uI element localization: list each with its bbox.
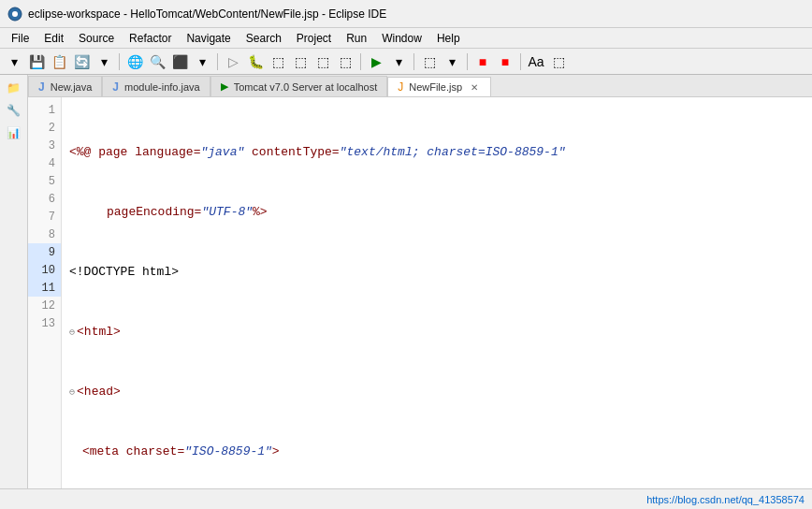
toolbar-btn16[interactable]: ⬚	[548, 51, 569, 72]
toolbar-btn15[interactable]: Aa	[526, 51, 546, 72]
line-num-2: 2	[28, 119, 61, 137]
toolbar-run-btn[interactable]: ▶	[366, 51, 386, 72]
code-line-6: <meta charset="ISO-8859-1">	[69, 443, 812, 460]
menu-edit[interactable]: Edit	[36, 30, 71, 47]
code-token: %>	[253, 205, 268, 219]
toolbar-sep4	[413, 53, 414, 70]
toolbar-sep5	[467, 53, 468, 70]
code-token: <head>	[77, 385, 121, 399]
code-line-4: ⊖<html>	[69, 323, 812, 341]
editor-area: J New.java J module-info.java ▶ Tomcat v…	[28, 75, 812, 488]
toolbar-btn7[interactable]: ⬚	[268, 51, 288, 72]
code-line-3: <!DOCTYPE html>	[69, 263, 812, 281]
line-num-4: 4	[28, 154, 61, 172]
tab-close-icon[interactable]: ✕	[468, 80, 481, 94]
tab-new-java-icon: J	[38, 80, 45, 94]
left-icon-3[interactable]: 📊	[5, 124, 23, 142]
tab-newfile-jsp-icon: J	[398, 80, 403, 94]
menu-refactor[interactable]: Refactor	[122, 30, 179, 47]
code-token: charset=	[126, 444, 184, 458]
tab-newfile-jsp[interactable]: J NewFile.jsp ✕	[387, 77, 491, 97]
line-num-12: 12	[28, 297, 61, 314]
left-icon-2[interactable]: 🔧	[5, 101, 23, 120]
tab-new-java-label: New.java	[51, 81, 93, 93]
code-token: <%@ page	[69, 145, 135, 159]
code-editor[interactable]: 1 2 3 4 5 6 7 8 9 10 11 12 13 <%@ page l…	[28, 97, 812, 488]
toolbar-btn6[interactable]: ▾	[192, 51, 212, 72]
tab-module-info-icon: J	[112, 80, 119, 94]
left-icon-1[interactable]: 📁	[5, 79, 23, 97]
tab-bar: J New.java J module-info.java ▶ Tomcat v…	[28, 75, 812, 97]
code-line-5: ⊖<head>	[69, 383, 812, 400]
toolbar-bug-btn[interactable]: 🐛	[245, 51, 266, 72]
line-num-9: 9	[28, 243, 61, 261]
toolbar-btn12[interactable]: ▾	[442, 51, 462, 72]
toolbar-debug-btn[interactable]: ▷	[223, 51, 243, 72]
toolbar-btn14[interactable]: ■	[495, 51, 515, 72]
tab-new-java[interactable]: J New.java	[28, 76, 102, 96]
code-token: pageEncoding=	[107, 205, 201, 219]
menu-project[interactable]: Project	[289, 30, 339, 47]
fold-marker-4[interactable]: ⊖	[69, 327, 75, 338]
tab-module-info[interactable]: J module-info.java	[102, 76, 210, 96]
code-line-2: pageEncoding="UTF-8"%>	[69, 203, 812, 221]
code-token: "java"	[200, 145, 244, 159]
menu-source[interactable]: Source	[71, 30, 122, 47]
line-num-1: 1	[28, 101, 61, 119]
toolbar-dropdown-btn[interactable]: ▾	[4, 51, 24, 72]
menu-navigate[interactable]: Navigate	[179, 30, 238, 47]
line-num-7: 7	[28, 208, 61, 225]
tab-tomcat-icon: ▶	[221, 80, 228, 93]
menu-help[interactable]: Help	[429, 30, 468, 47]
code-token: "UTF-8"	[201, 205, 253, 219]
window-title: eclipse-workspace - HelloTomcat/WebConte…	[28, 7, 386, 21]
menu-search[interactable]: Search	[239, 30, 289, 47]
code-token: "text/html; charset=ISO-8859-1"	[340, 145, 566, 159]
status-link[interactable]: https://blog.csdn.net/qq_41358574	[646, 494, 805, 505]
toolbar-btn8[interactable]: ⬚	[290, 51, 311, 72]
code-token: <meta	[82, 444, 126, 458]
line-num-8: 8	[28, 225, 61, 243]
workspace: 📁 🔧 📊 J New.java J module-info.java ▶ To…	[0, 75, 812, 488]
toolbar-btn10[interactable]: ⬚	[335, 51, 355, 72]
code-token: <html>	[77, 325, 121, 339]
menu-window[interactable]: Window	[374, 30, 429, 47]
toolbar-btn2[interactable]: 📋	[49, 51, 69, 72]
toolbar-btn11[interactable]: ⬚	[419, 51, 440, 72]
menu-run[interactable]: Run	[339, 30, 374, 47]
line-num-10: 10	[28, 261, 61, 279]
toolbar-sep6	[520, 53, 521, 70]
code-token: "ISO-8859-1"	[184, 444, 272, 458]
line-num-13: 13	[28, 314, 61, 332]
status-bar: https://blog.csdn.net/qq_41358574	[0, 488, 812, 509]
toolbar-save-btn[interactable]: 💾	[26, 51, 47, 72]
tab-newfile-jsp-label: NewFile.jsp	[409, 81, 462, 93]
toolbar-run2-btn[interactable]: ▾	[388, 51, 409, 72]
toolbar-btn9[interactable]: ⬚	[312, 51, 333, 72]
toolbar-btn3[interactable]: 🔄	[71, 51, 92, 72]
code-token: contentType=	[244, 145, 339, 159]
tab-module-info-label: module-info.java	[124, 81, 200, 93]
tab-tomcat-label: Tomcat v7.0 Server at localhost	[234, 81, 377, 93]
menu-file[interactable]: File	[4, 30, 36, 47]
line-num-11: 11	[28, 279, 61, 297]
line-numbers: 1 2 3 4 5 6 7 8 9 10 11 12 13	[28, 97, 62, 488]
toolbar-sep1	[119, 53, 120, 70]
title-bar: eclipse-workspace - HelloTomcat/WebConte…	[0, 0, 812, 28]
tab-tomcat[interactable]: ▶ Tomcat v7.0 Server at localhost	[210, 76, 387, 96]
line-num-3: 3	[28, 137, 61, 154]
toolbar-btn5[interactable]: ⬛	[169, 51, 190, 72]
code-token: >	[272, 444, 280, 458]
toolbar-sep2	[217, 53, 218, 70]
toolbar-search-btn[interactable]: 🔍	[147, 51, 167, 72]
toolbar-btn4[interactable]: ▾	[94, 51, 114, 72]
toolbar-globe-btn[interactable]: 🌐	[124, 51, 145, 72]
code-token: language=	[135, 145, 200, 159]
app-icon	[7, 7, 22, 22]
toolbar-btn13[interactable]: ■	[472, 51, 493, 72]
fold-marker-5[interactable]: ⊖	[69, 386, 75, 398]
code-line-1: <%@ page language="java" contentType="te…	[69, 143, 812, 161]
toolbar-sep3	[360, 53, 361, 70]
line-num-5: 5	[28, 172, 61, 190]
code-content[interactable]: <%@ page language="java" contentType="te…	[62, 97, 812, 488]
